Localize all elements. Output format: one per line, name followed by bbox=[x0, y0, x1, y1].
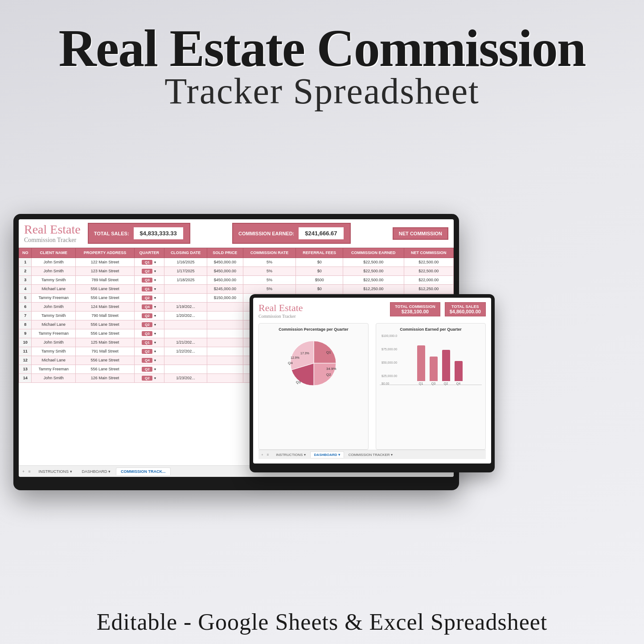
table-row: 2John Smith123 Main StreetQ2 ▼1/17/2025$… bbox=[19, 267, 454, 275]
pie-svg: Q1 34.9% Q2 Q3 Q4 17.3% 12.9% bbox=[278, 336, 349, 390]
tablet-frame: Real Estate Commission Tracker TOTAL COM… bbox=[250, 294, 495, 472]
commission-earned-label: COMMISSION EARNED: bbox=[238, 231, 294, 236]
title-script: Real Estate Commission bbox=[9, 22, 635, 75]
bar-q2 bbox=[442, 350, 450, 381]
dash-total-sales-value: $4,860,000.00 bbox=[450, 309, 481, 314]
quarter-dropdown-arrow[interactable]: ▼ bbox=[153, 305, 156, 308]
bottom-text: Editable - Google Sheets & Excel Spreads… bbox=[0, 609, 644, 635]
bar-chart-title: Commission Earned per Quarter bbox=[380, 327, 482, 332]
quarter-badge: Q4 bbox=[142, 358, 152, 363]
quarter-badge: Q3 bbox=[142, 331, 152, 336]
dash-logo-script: Real Estate bbox=[258, 302, 303, 314]
quarter-badge: Q1 bbox=[142, 340, 152, 345]
total-sales-value: $4,833,333.33 bbox=[133, 226, 184, 240]
col-no: NO bbox=[19, 248, 32, 258]
bar-q1 bbox=[417, 345, 425, 381]
ss-logo-script: Real Estate bbox=[24, 223, 81, 237]
svg-text:Q1: Q1 bbox=[326, 350, 331, 354]
quarter-dropdown-arrow[interactable]: ▼ bbox=[153, 270, 156, 273]
quarter-dropdown-arrow[interactable]: ▼ bbox=[153, 377, 156, 380]
dash-tab-dashboard[interactable]: DASHBOARD ▾ bbox=[310, 451, 344, 458]
quarter-badge: Q2 bbox=[142, 367, 152, 372]
tab-instructions[interactable]: INSTRUCTIONS ▾ bbox=[34, 468, 77, 475]
col-client-name: CLIENT NAME bbox=[32, 248, 76, 258]
pie-chart: Q1 34.9% Q2 Q3 Q4 17.3% 12.9% bbox=[263, 334, 365, 392]
bar-chart-box: Commission Earned per Quarter $100,000.0… bbox=[376, 323, 486, 450]
dashboard-stats: TOTAL COMMISSION $238,100.00 TOTAL SALES… bbox=[390, 302, 486, 316]
quarter-badge: Q2 bbox=[142, 269, 152, 274]
col-net-commission: NET COMMISSION bbox=[404, 248, 454, 258]
table-row: 4Michael Lane556 Lane StreetQ1 ▼$245,000… bbox=[19, 284, 454, 293]
quarter-badge: Q2 bbox=[142, 295, 152, 300]
pie-chart-box: Commission Percentage per Quarter bbox=[258, 323, 369, 450]
svg-text:34.9%: 34.9% bbox=[326, 367, 336, 371]
quarter-badge: Q2 bbox=[142, 322, 152, 327]
tab-commission-tracker[interactable]: COMMISSION TRACK... bbox=[116, 468, 171, 475]
dash-total-sales: TOTAL SALES $4,860,000.00 bbox=[445, 302, 486, 316]
quarter-dropdown-arrow[interactable]: ▼ bbox=[153, 359, 156, 362]
quarter-badge: Q4 bbox=[142, 304, 152, 309]
tab-dashboard[interactable]: DASHBOARD ▾ bbox=[78, 468, 115, 475]
quarter-dropdown-arrow[interactable]: ▼ bbox=[153, 350, 156, 353]
col-commission-earned: COMMISSION EARNED bbox=[343, 248, 404, 258]
svg-text:Q4: Q4 bbox=[288, 361, 293, 365]
tablet-screen: Real Estate Commission Tracker TOTAL COM… bbox=[253, 298, 491, 464]
dashboard-charts: Commission Percentage per Quarter bbox=[258, 323, 486, 450]
spreadsheet-header: Real Estate Commission Tracker TOTAL SAL… bbox=[19, 219, 454, 248]
bar-axis bbox=[380, 385, 482, 385]
col-commission-rate: COMMISSION RATE bbox=[243, 248, 296, 258]
title-area: Real Estate Commission Tracker Spreadshe… bbox=[0, 13, 644, 121]
commission-earned-value: $241,666.67 bbox=[298, 226, 344, 240]
quarter-badge: Q2 bbox=[142, 313, 152, 318]
quarter-dropdown-arrow[interactable]: ▼ bbox=[153, 341, 156, 344]
col-closing-date: CLOSING DATE bbox=[164, 248, 207, 258]
ss-logo-sub: Commission Tracker bbox=[24, 237, 81, 244]
dash-tab-add[interactable]: + bbox=[261, 453, 263, 457]
dash-total-commission: TOTAL COMMISSION $238,100.00 bbox=[390, 302, 440, 316]
bar-q4 bbox=[455, 361, 463, 381]
dash-tab-menu[interactable]: ≡ bbox=[267, 453, 269, 457]
quarter-dropdown-arrow[interactable]: ▼ bbox=[153, 314, 156, 317]
dashboard-header: Real Estate Commission Tracker TOTAL COM… bbox=[258, 302, 486, 319]
bar-q3 bbox=[430, 357, 438, 381]
quarter-dropdown-arrow[interactable]: ▼ bbox=[153, 323, 156, 326]
net-commission-label: NET COMMISSION bbox=[399, 231, 442, 236]
col-sold-price: SOLD PRICE bbox=[207, 248, 243, 258]
pie-chart-title: Commission Percentage per Quarter bbox=[263, 327, 365, 332]
quarter-dropdown-arrow[interactable]: ▼ bbox=[153, 279, 156, 282]
tab-add[interactable]: + bbox=[22, 469, 25, 474]
dash-total-commission-label: TOTAL COMMISSION bbox=[395, 304, 435, 309]
net-commission-box: NET COMMISSION bbox=[393, 227, 448, 240]
quarter-dropdown-arrow[interactable]: ▼ bbox=[153, 368, 156, 371]
quarter-badge: Q2 bbox=[142, 376, 152, 381]
quarter-badge: Q3 bbox=[142, 278, 152, 283]
tab-menu[interactable]: ≡ bbox=[28, 469, 30, 474]
bar-chart: $100,000.0 $75,000.00 $50,000.00 $25,000… bbox=[380, 334, 482, 392]
dash-total-sales-label: TOTAL SALES bbox=[451, 304, 479, 309]
commission-earned-box: COMMISSION EARNED: $241,666.67 bbox=[232, 223, 351, 244]
total-sales-label: TOTAL SALES: bbox=[94, 231, 129, 236]
quarter-badge: Q1 bbox=[142, 260, 152, 265]
quarter-badge: Q1 bbox=[142, 287, 152, 291]
dash-tab-commission-tracker[interactable]: COMMISSION TRACKER ▾ bbox=[345, 452, 396, 458]
quarter-badge: Q2 bbox=[142, 349, 152, 354]
svg-text:Q3: Q3 bbox=[296, 380, 301, 384]
table-row: 3Tammy Smith789 Mall StreetQ3 ▼1/18/2025… bbox=[19, 275, 454, 284]
svg-text:12.9%: 12.9% bbox=[291, 356, 299, 359]
tablet-mockup: Real Estate Commission Tracker TOTAL COM… bbox=[250, 294, 495, 472]
col-referral-fees: REFERRAL FEES bbox=[296, 248, 343, 258]
table-row: 1John Smith122 Main StreetQ1 ▼1/16/2025$… bbox=[19, 258, 454, 267]
svg-text:17.3%: 17.3% bbox=[300, 352, 309, 355]
total-sales-box: TOTAL SALES: $4,833,333.33 bbox=[88, 223, 190, 244]
quarter-dropdown-arrow[interactable]: ▼ bbox=[153, 296, 156, 299]
col-property-address: PROPERTY ADDRESS bbox=[76, 248, 135, 258]
dash-logo: Real Estate Commission Tracker bbox=[258, 302, 303, 319]
dash-tab-instructions[interactable]: INSTRUCTIONS ▾ bbox=[272, 452, 309, 458]
dashboard: Real Estate Commission Tracker TOTAL COM… bbox=[253, 298, 491, 464]
svg-text:Q2: Q2 bbox=[326, 373, 331, 377]
dash-total-commission-value: $238,100.00 bbox=[395, 309, 435, 314]
quarter-dropdown-arrow[interactable]: ▼ bbox=[153, 332, 156, 335]
quarter-dropdown-arrow[interactable]: ▼ bbox=[153, 287, 156, 291]
quarter-dropdown-arrow[interactable]: ▼ bbox=[153, 261, 156, 264]
dash-logo-sub: Commission Tracker bbox=[258, 314, 303, 319]
